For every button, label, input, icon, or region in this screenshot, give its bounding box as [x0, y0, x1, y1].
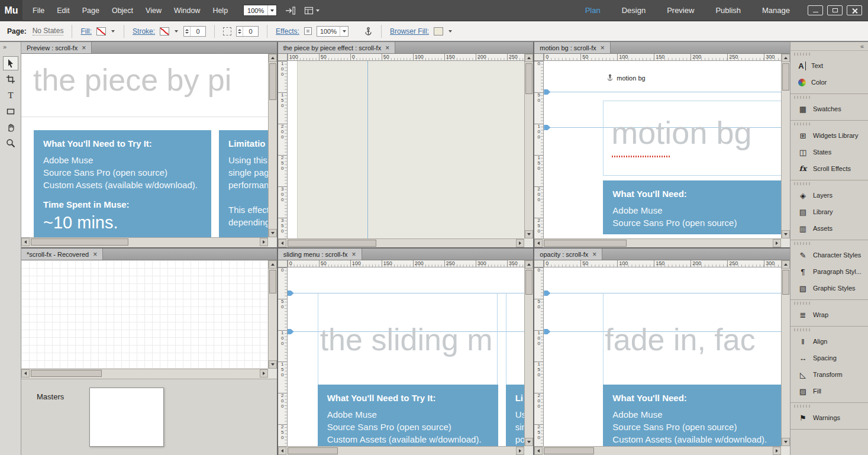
vertical-scrollbar-thumb[interactable]: [525, 270, 533, 295]
text-tool[interactable]: T: [3, 88, 18, 102]
page-heading[interactable]: the sliding m: [320, 322, 493, 357]
horizontal-scrollbar-thumb[interactable]: [288, 447, 338, 454]
scroll-up-icon[interactable]: [782, 260, 790, 269]
scroll-down-icon[interactable]: [269, 229, 277, 237]
zoom-tool[interactable]: [3, 136, 18, 150]
opacity-select[interactable]: 100%: [317, 26, 349, 37]
scroll-up-icon[interactable]: [269, 260, 277, 269]
scroll-right-icon[interactable]: [516, 239, 524, 247]
tab-preview-scroll-fx[interactable]: Preview : scroll-fx ×: [21, 42, 92, 53]
dock-panel-item[interactable]: ◈ Layers: [790, 187, 868, 204]
anchor-point[interactable]: motion bg: [606, 74, 645, 82]
scroll-down-icon[interactable]: [782, 438, 790, 446]
dock-panel-item[interactable]: ⊞ Widgets Library: [790, 127, 868, 144]
menu-item[interactable]: Object: [112, 7, 133, 15]
page-navigation-icon[interactable]: [285, 6, 296, 15]
guide-marker-icon[interactable]: [288, 291, 294, 296]
design-canvas[interactable]: motion bg motion bg What You'll Need: Ad…: [544, 61, 781, 238]
corner-radius-stepper[interactable]: 0: [236, 26, 259, 37]
master-page-thumbnail[interactable]: [89, 388, 164, 447]
effects-link[interactable]: Effects:: [276, 27, 299, 36]
tab-recovered[interactable]: *scroll-fx - Recovered ×: [21, 249, 103, 260]
horizontal-scrollbar-thumb[interactable]: [31, 370, 102, 377]
stroke-dropdown-icon[interactable]: [174, 27, 179, 36]
horizontal-scrollbar[interactable]: [278, 238, 525, 247]
horizontal-scrollbar[interactable]: [534, 238, 781, 247]
tab-close-icon[interactable]: ×: [351, 250, 356, 259]
chevron-down-icon[interactable]: [267, 5, 276, 15]
menu-item[interactable]: View: [146, 7, 162, 15]
vertical-scrollbar-thumb[interactable]: [269, 270, 276, 293]
tab-sliding-menu[interactable]: sliding menu : scroll-fx ×: [278, 249, 362, 260]
stroke-weight-stepper[interactable]: 0: [183, 26, 206, 37]
page-area[interactable]: [297, 61, 525, 238]
design-canvas[interactable]: the sliding m What You'll Need to Try It…: [288, 267, 525, 446]
preview-canvas[interactable]: the piece by pi What You'll Need to Try …: [21, 54, 268, 237]
scroll-right-icon[interactable]: [516, 447, 524, 455]
horizontal-scrollbar[interactable]: [278, 446, 525, 455]
maximize-button[interactable]: [827, 5, 843, 15]
guide-line[interactable]: [544, 92, 781, 92]
dock-panel-item[interactable]: ↔ Spacing: [790, 350, 868, 366]
dock-panel-item[interactable]: ‖ Align: [790, 333, 868, 350]
content-box-needs[interactable]: What You'll Need to Try It: Adobe MuseSo…: [318, 385, 498, 446]
vertical-scrollbar[interactable]: [781, 54, 790, 238]
dock-panel-item[interactable]: ≣ Wrap: [790, 306, 868, 323]
expand-tools-icon[interactable]: »: [0, 42, 21, 50]
guide-marker-icon[interactable]: [544, 125, 550, 130]
column-guide[interactable]: [367, 61, 368, 238]
horizontal-scrollbar[interactable]: [534, 446, 781, 455]
scroll-left-icon[interactable]: [21, 369, 30, 377]
scroll-up-icon[interactable]: [782, 54, 790, 62]
tab-close-icon[interactable]: ×: [82, 44, 86, 52]
horizontal-scrollbar[interactable]: [21, 237, 268, 247]
horizontal-scrollbar-thumb[interactable]: [31, 238, 128, 246]
scroll-right-icon[interactable]: [260, 238, 268, 246]
fill-swatch[interactable]: [96, 27, 106, 36]
design-canvas[interactable]: fade in, fac What You'll Need: Adobe Mus…: [544, 267, 781, 446]
scroll-left-icon[interactable]: [21, 238, 30, 246]
stroke-swatch[interactable]: [160, 27, 169, 36]
dock-panel-item[interactable]: ▧ Graphic Styles: [790, 280, 868, 296]
guide-line[interactable]: [544, 293, 781, 293]
sitemap-canvas[interactable]: [21, 260, 268, 369]
dock-panel-item[interactable]: ◺ Transform: [790, 366, 868, 383]
dock-panel-item[interactable]: ▦ Swatches: [790, 101, 868, 117]
tab-close-icon[interactable]: ×: [592, 250, 596, 259]
scroll-down-icon[interactable]: [782, 230, 790, 238]
scroll-right-icon[interactable]: [260, 369, 268, 377]
mode-link[interactable]: Design: [622, 6, 646, 15]
scroll-down-icon[interactable]: [525, 230, 533, 238]
content-box-needs[interactable]: What You'll Need: Adobe MuseSource Sans …: [603, 180, 781, 234]
browser-fill-link[interactable]: Browser Fill:: [390, 27, 429, 36]
guide-marker-icon[interactable]: [544, 291, 550, 296]
anchor-icon[interactable]: [364, 27, 373, 36]
fill-dropdown-icon[interactable]: [111, 27, 115, 36]
collapse-dock-icon[interactable]: «: [790, 42, 868, 51]
scroll-left-icon[interactable]: [534, 239, 543, 247]
scroll-left-icon[interactable]: [534, 447, 543, 455]
zoom-select[interactable]: 100%: [243, 5, 277, 16]
vertical-scrollbar[interactable]: [524, 54, 533, 238]
browser-fill-swatch[interactable]: [434, 27, 443, 36]
scroll-up-icon[interactable]: [525, 260, 533, 269]
rectangle-tool[interactable]: [3, 104, 18, 118]
browser-fill-dropdown-icon[interactable]: [448, 27, 453, 36]
tab-close-icon[interactable]: ×: [601, 44, 605, 52]
horizontal-scrollbar-thumb[interactable]: [544, 447, 594, 454]
vertical-scrollbar-thumb[interactable]: [269, 63, 276, 100]
page-heading[interactable]: fade in, fac: [605, 322, 755, 357]
screen-mode-icon[interactable]: [304, 6, 320, 15]
vertical-scrollbar[interactable]: [781, 260, 790, 446]
hand-tool[interactable]: [3, 120, 18, 134]
fill-link[interactable]: Fill:: [80, 27, 92, 36]
dock-panel-item[interactable]: ▨ Fill: [790, 383, 868, 399]
selection-tool[interactable]: [3, 56, 18, 70]
dock-panel-item[interactable]: ▥ Assets: [790, 220, 868, 237]
dock-panel-item[interactable]: fx Scroll Effects: [790, 160, 868, 177]
tab-close-icon[interactable]: ×: [93, 250, 97, 259]
scroll-right-icon[interactable]: [773, 239, 781, 247]
horizontal-scrollbar-thumb[interactable]: [288, 240, 376, 247]
vertical-scrollbar-thumb[interactable]: [782, 270, 789, 295]
scroll-down-icon[interactable]: [525, 438, 533, 446]
